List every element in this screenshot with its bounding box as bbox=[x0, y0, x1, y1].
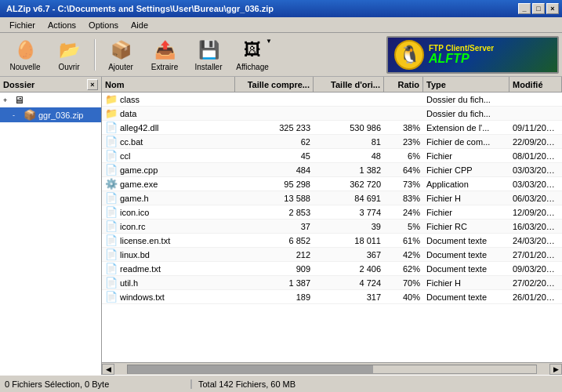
close-button[interactable]: × bbox=[546, 3, 559, 14]
table-row[interactable]: 📄 game.cpp 484 1 382 64% Fichier CPP 03/… bbox=[102, 163, 562, 177]
ftp-name: ALFTP bbox=[429, 53, 494, 65]
col-type-header[interactable]: Type bbox=[423, 77, 509, 92]
toolbar: 🥚 Nouvelle 📂 Ouvrir 📦 Ajouter 📤 Extraire… bbox=[0, 33, 562, 77]
file-comp: 909 bbox=[235, 264, 314, 274]
file-comp: 13 588 bbox=[235, 194, 314, 203]
file-name: linux.bd bbox=[120, 250, 150, 260]
file-comp: 62 bbox=[235, 137, 314, 147]
maximize-button[interactable]: □ bbox=[532, 3, 545, 14]
nouvelle-button[interactable]: 🥚 Nouvelle bbox=[3, 35, 47, 74]
file-comp: 6 852 bbox=[235, 236, 314, 245]
file-modif: 27/02/2007 00: bbox=[509, 278, 562, 288]
tree-root-drive-icon: 🖥 bbox=[14, 94, 24, 106]
file-ratio: 6% bbox=[384, 151, 423, 161]
file-icon: 📄 bbox=[105, 122, 118, 133]
file-modif: 24/03/2006 10: bbox=[509, 236, 562, 245]
table-row[interactable]: 📄 readme.txt 909 2 406 62% Document text… bbox=[102, 262, 562, 276]
file-type: Fichier RC bbox=[423, 222, 509, 231]
file-name: icon.ico bbox=[120, 208, 149, 217]
file-icon: 📄 bbox=[105, 291, 118, 303]
minimize-button[interactable]: _ bbox=[518, 3, 531, 14]
table-row[interactable]: 📄 icon.rc 37 39 5% Fichier RC 16/03/2007… bbox=[102, 220, 562, 234]
file-type: Document texte bbox=[423, 250, 509, 260]
ouvrir-icon: 📂 bbox=[56, 38, 82, 63]
sidebar-close-button[interactable]: × bbox=[87, 79, 98, 90]
file-icon: 📁 bbox=[105, 107, 118, 119]
col-orig-header[interactable]: Taille d'ori... bbox=[314, 77, 384, 92]
table-row[interactable]: 📄 license.en.txt 6 852 18 011 61% Docume… bbox=[102, 234, 562, 248]
nouvelle-label: Nouvelle bbox=[10, 63, 41, 71]
col-modif-header[interactable]: Modifié bbox=[509, 77, 562, 92]
col-nom-header[interactable]: Nom bbox=[102, 77, 235, 92]
table-row[interactable]: 📄 linux.bd 212 367 42% Document texte 27… bbox=[102, 248, 562, 262]
file-ratio: 64% bbox=[384, 165, 423, 175]
file-type: Application bbox=[423, 180, 509, 189]
table-row[interactable]: 📁 data Dossier du fich... bbox=[102, 107, 562, 121]
file-icon: 📄 bbox=[105, 234, 118, 246]
extraire-icon: 📤 bbox=[152, 38, 177, 63]
col-comp-header[interactable]: Taille compre... bbox=[235, 77, 314, 92]
menu-aide[interactable]: Aide bbox=[125, 19, 154, 31]
menu-bar: Fichier Actions Options Aide bbox=[0, 17, 562, 33]
file-name: game.cpp bbox=[120, 165, 158, 175]
ftp-banner[interactable]: 🐧 FTP Client/Server ALFTP bbox=[386, 36, 559, 74]
file-ratio: 40% bbox=[384, 292, 423, 302]
table-row[interactable]: 📁 class Dossier du fich... bbox=[102, 93, 562, 107]
file-ratio: 70% bbox=[384, 278, 423, 288]
ajouter-button[interactable]: 📦 Ajouter bbox=[99, 35, 143, 74]
extraire-button[interactable]: 📤 Extraire bbox=[143, 35, 187, 74]
file-type: Dossier du fich... bbox=[423, 109, 509, 118]
file-icon: 📄 bbox=[105, 192, 118, 204]
affichage-button[interactable]: 🖼 Affichage ▼ bbox=[230, 35, 274, 74]
file-name: alleg42.dll bbox=[120, 123, 159, 132]
installer-icon: 💾 bbox=[196, 38, 221, 63]
table-row[interactable]: 📄 icon.ico 2 853 3 774 24% Fichier 12/09… bbox=[102, 205, 562, 220]
file-name: ccl bbox=[120, 151, 130, 161]
file-ratio: 83% bbox=[384, 194, 423, 203]
ftp-text-block: FTP Client/Server ALFTP bbox=[429, 44, 494, 65]
column-headers: Nom Taille compre... Taille d'ori... Rat… bbox=[102, 77, 562, 93]
file-modif: 09/03/2007 12: bbox=[509, 264, 562, 274]
ouvrir-label: Ouvrir bbox=[58, 63, 79, 71]
hscroll-bar[interactable] bbox=[127, 365, 537, 374]
menu-actions[interactable]: Actions bbox=[42, 19, 82, 31]
installer-button[interactable]: 💾 Installer bbox=[187, 35, 230, 74]
menu-options[interactable]: Options bbox=[82, 19, 125, 31]
affichage-icon: 🖼 bbox=[240, 38, 265, 63]
ouvrir-button[interactable]: 📂 Ouvrir bbox=[47, 35, 91, 74]
file-icon: 📄 bbox=[105, 206, 118, 218]
hscroll-left-button[interactable]: ◀ bbox=[102, 364, 114, 375]
file-name: game.h bbox=[120, 194, 149, 203]
tree-root-expand-icon[interactable]: + bbox=[3, 96, 13, 104]
hscroll-right-button[interactable]: ▶ bbox=[549, 364, 562, 375]
file-icon: 📄 bbox=[105, 150, 118, 162]
file-orig: 362 720 bbox=[314, 180, 384, 189]
menu-fichier[interactable]: Fichier bbox=[3, 19, 42, 31]
col-ratio-header[interactable]: Ratio bbox=[384, 77, 423, 92]
table-row[interactable]: 📄 ccl 45 48 6% Fichier 08/01/2007 01: bbox=[102, 149, 562, 163]
hscroll-thumb[interactable] bbox=[128, 365, 373, 373]
tree-zip-item[interactable]: - 📦 ggr_036.zip bbox=[0, 107, 101, 122]
tree-zip-expand-icon[interactable]: - bbox=[13, 111, 22, 119]
table-row[interactable]: ⚙️ game.exe 95 298 362 720 73% Applicati… bbox=[102, 177, 562, 191]
file-name: icon.rc bbox=[120, 222, 145, 231]
file-type: Document texte bbox=[423, 292, 509, 302]
file-icon: 📄 bbox=[105, 220, 118, 232]
file-comp: 1 387 bbox=[235, 278, 314, 288]
file-icon: 📄 bbox=[105, 136, 118, 147]
file-name: util.h bbox=[120, 278, 138, 288]
table-row[interactable]: 📄 windows.txt 189 317 40% Document texte… bbox=[102, 290, 562, 304]
file-orig: 84 691 bbox=[314, 194, 384, 203]
table-row[interactable]: 📄 alleg42.dll 325 233 530 986 38% Extens… bbox=[102, 121, 562, 135]
affichage-label: Affichage bbox=[236, 63, 269, 71]
table-row[interactable]: 📄 util.h 1 387 4 724 70% Fichier H 27/02… bbox=[102, 276, 562, 290]
table-row[interactable]: 📄 cc.bat 62 81 23% Fichier de com... 22/… bbox=[102, 135, 562, 149]
file-ratio: 73% bbox=[384, 180, 423, 189]
file-list-scroll[interactable]: 📁 class Dossier du fich... 📁 data Dossie… bbox=[102, 93, 562, 362]
file-modif: 22/09/2006 19: bbox=[509, 137, 562, 147]
status-total: Total 142 Fichiers, 60 MB bbox=[192, 379, 557, 389]
tree-root: + 🖥 bbox=[0, 93, 101, 107]
sidebar-header: Dossier × bbox=[0, 77, 101, 93]
file-icon: 📄 bbox=[105, 263, 118, 274]
table-row[interactable]: 📄 game.h 13 588 84 691 83% Fichier H 06/… bbox=[102, 191, 562, 205]
